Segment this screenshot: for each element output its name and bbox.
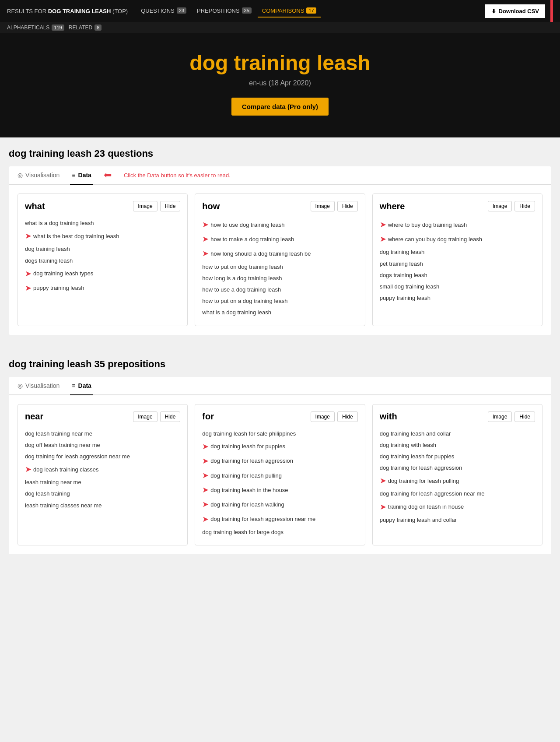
hero-title: dog training leash	[9, 51, 551, 75]
list-item: dog training for leash aggression near m…	[25, 451, 180, 462]
arrow-icon: ➤	[380, 234, 386, 245]
tab-questions[interactable]: QUESTIONS 23	[136, 5, 191, 18]
list-item: dog training leash for sale philippines	[202, 428, 357, 440]
questions-tab-visualisation[interactable]: ◎ Visualisation	[16, 166, 61, 185]
arrow-icon: ➤	[202, 456, 209, 467]
card-with-header: with Image Hide	[380, 411, 535, 422]
list-item: ➤ puppy training leash	[25, 281, 180, 295]
tab-comparisons-count: 17	[306, 7, 316, 14]
arrow-icon: ➤	[25, 464, 32, 475]
card-with: with Image Hide dog training leash and c…	[372, 404, 542, 546]
sub-tab-related-label: RELATED	[69, 25, 92, 31]
list-item: dog training for leash aggression	[380, 462, 535, 474]
card-near-buttons: Image Hide	[133, 411, 180, 422]
arrow-icon: ➤	[202, 470, 209, 481]
compare-data-button[interactable]: Compare data (Pro only)	[231, 98, 329, 116]
hero-subtitle: en-us (18 Apr 2020)	[9, 79, 551, 87]
card-how-hide-btn[interactable]: Hide	[337, 201, 358, 211]
list-item: how to put on dog training leash	[202, 261, 357, 273]
list-item: ➤ what is the best dog training leash	[25, 229, 180, 243]
list-item: ➤ dog training for leash aggression	[202, 454, 357, 468]
arrow-icon: ➤	[202, 499, 209, 510]
sub-tab-related[interactable]: RELATED 8	[69, 25, 102, 31]
data-icon: ≡	[72, 382, 75, 389]
list-item: leash training classes near me	[25, 500, 180, 511]
list-item: ➤ dog training leash in the house	[202, 483, 357, 497]
questions-section: dog training leash 23 questions ◎ Visual…	[0, 137, 560, 348]
card-where-header: where Image Hide	[380, 201, 535, 211]
list-item: ➤ how long should a dog training leash b…	[202, 246, 357, 261]
nav-tabs: QUESTIONS 23 PREPOSITIONS 35 COMPARISONS…	[136, 5, 320, 18]
questions-tab-row: ◎ Visualisation ≡ Data ⬅ Click the Data …	[9, 166, 551, 185]
card-near-hide-btn[interactable]: Hide	[160, 411, 181, 422]
list-item: dog training leash and collar	[380, 428, 535, 440]
list-item: ➤ where to buy dog training leash	[380, 218, 535, 232]
list-item: dogs training leash	[380, 270, 535, 281]
tab-questions-label: QUESTIONS	[141, 7, 175, 14]
download-csv-button[interactable]: ⬇ Download CSV	[485, 4, 545, 18]
tab-hint-text: Click the Data button so it's easier to …	[124, 172, 231, 179]
list-item: dog training for leash aggression near m…	[380, 488, 535, 499]
card-with-image-btn[interactable]: Image	[488, 411, 512, 422]
top-header: RESULTS FOR DOG TRAINING LEASH (TOP) QUE…	[0, 0, 560, 22]
arrow-icon: ➤	[25, 283, 32, 294]
data-label: Data	[78, 382, 91, 389]
questions-suffix: questions	[108, 148, 153, 159]
card-where-title: where	[380, 201, 405, 211]
card-how-title: how	[202, 201, 220, 211]
visualisation-label: Visualisation	[25, 172, 60, 179]
questions-cards-wrapper: what Image Hide what is a dog training l…	[9, 185, 551, 335]
prepositions-section-title: dog training leash 35 prepositions	[9, 359, 551, 370]
prepositions-tab-visualisation[interactable]: ◎ Visualisation	[16, 377, 61, 395]
questions-tab-data[interactable]: ≡ Data	[70, 166, 93, 185]
list-item: ➤ dog training for leash aggression near…	[202, 512, 357, 527]
card-near-image-btn[interactable]: Image	[133, 411, 157, 422]
card-what-image-btn[interactable]: Image	[133, 201, 157, 211]
card-what-hide-btn[interactable]: Hide	[160, 201, 181, 211]
hero-section: dog training leash en-us (18 Apr 2020) C…	[0, 33, 560, 137]
list-item: puppy training leash	[380, 292, 535, 304]
card-with-hide-btn[interactable]: Hide	[514, 411, 535, 422]
prepositions-keyword: dog training leash	[9, 359, 91, 369]
questions-count: 23	[94, 148, 105, 159]
card-for-hide-btn[interactable]: Hide	[337, 411, 358, 422]
card-where-image-btn[interactable]: Image	[488, 201, 512, 211]
card-for: for Image Hide dog training leash for sa…	[195, 404, 365, 546]
card-how-image-btn[interactable]: Image	[311, 201, 335, 211]
prepositions-tab-data[interactable]: ≡ Data	[70, 377, 93, 395]
questions-keyword: dog training leash	[9, 148, 91, 159]
list-item: dog leash training near me	[25, 428, 180, 440]
list-item: small dog training leash	[380, 281, 535, 292]
list-item: ➤ training dog on leash in house	[380, 500, 535, 514]
list-item: ➤ dog training for leash walking	[202, 497, 357, 512]
arrow-icon: ➤	[380, 475, 386, 486]
list-item: dog off leash training near me	[25, 440, 180, 451]
results-label: RESULTS FOR DOG TRAINING LEASH (TOP)	[7, 8, 128, 14]
arrow-icon: ➤	[202, 441, 209, 452]
arrow-icon: ➤	[202, 248, 209, 259]
card-with-list: dog training leash and collar dog traini…	[380, 428, 535, 526]
prepositions-cards-grid: near Image Hide dog leash training near …	[18, 404, 542, 546]
arrow-icon: ➤	[202, 234, 209, 245]
sub-header: ALPHABETICALS 119 RELATED 8	[0, 22, 560, 33]
list-item: how to use a dog training leash	[202, 284, 357, 295]
card-what: what Image Hide what is a dog training l…	[18, 193, 188, 326]
list-item: ➤ how to use dog training leash	[202, 218, 357, 232]
card-for-header: for Image Hide	[202, 411, 357, 422]
list-item: dog training leash	[25, 243, 180, 255]
card-for-list: dog training leash for sale philippines …	[202, 428, 357, 538]
list-item: how to put on a dog training leash	[202, 295, 357, 307]
list-item: dog training with leash	[380, 440, 535, 451]
sub-tab-alphabeticals-count: 119	[52, 25, 64, 31]
card-what-header: what Image Hide	[25, 201, 180, 211]
list-item: puppy training leash and collar	[380, 514, 535, 526]
card-where-hide-btn[interactable]: Hide	[514, 201, 535, 211]
tab-comparisons[interactable]: COMPARISONS 17	[258, 5, 321, 18]
card-for-image-btn[interactable]: Image	[311, 411, 335, 422]
tab-prepositions[interactable]: PREPOSITIONS 35	[192, 5, 256, 18]
data-icon: ≡	[72, 172, 75, 179]
questions-cards-grid: what Image Hide what is a dog training l…	[18, 193, 542, 326]
card-with-title: with	[380, 411, 397, 422]
prepositions-suffix: prepositions	[108, 359, 165, 369]
sub-tab-alphabeticals[interactable]: ALPHABETICALS 119	[7, 25, 64, 31]
